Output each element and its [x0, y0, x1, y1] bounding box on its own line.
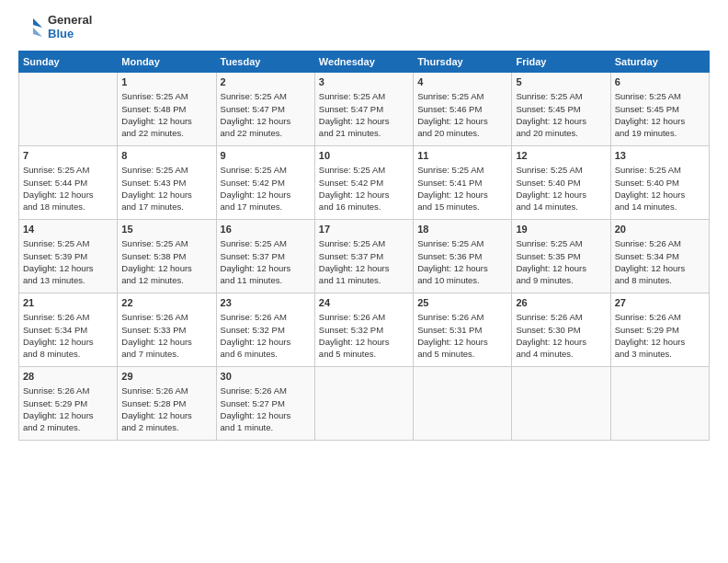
day-number: 17: [319, 223, 409, 236]
calendar-cell: 21Sunrise: 5:26 AM Sunset: 5:34 PM Dayli…: [19, 293, 118, 366]
day-info: Sunrise: 5:25 AM Sunset: 5:36 PM Dayligh…: [417, 237, 507, 286]
logo-line2: Blue: [48, 28, 92, 41]
day-number: 7: [23, 149, 113, 163]
day-number: 22: [121, 296, 211, 310]
day-info: Sunrise: 5:25 AM Sunset: 5:40 PM Dayligh…: [516, 164, 606, 213]
calendar-cell: 28Sunrise: 5:26 AM Sunset: 5:29 PM Dayli…: [19, 366, 118, 440]
header-saturday: Saturday: [610, 51, 709, 72]
calendar-cell: 14Sunrise: 5:25 AM Sunset: 5:39 PM Dayli…: [19, 219, 118, 293]
day-info: Sunrise: 5:25 AM Sunset: 5:37 PM Dayligh…: [319, 237, 409, 286]
calendar-cell: 4Sunrise: 5:25 AM Sunset: 5:46 PM Daylig…: [414, 72, 512, 145]
day-number: 19: [516, 223, 606, 236]
day-number: 21: [23, 296, 113, 310]
calendar-cell: 1Sunrise: 5:25 AM Sunset: 5:48 PM Daylig…: [118, 72, 216, 145]
day-info: Sunrise: 5:25 AM Sunset: 5:47 PM Dayligh…: [221, 90, 311, 139]
day-number: 16: [221, 223, 311, 236]
day-number: 2: [221, 75, 311, 89]
calendar-cell: 3Sunrise: 5:25 AM Sunset: 5:47 PM Daylig…: [314, 72, 413, 145]
day-number: 14: [23, 223, 113, 236]
calendar-cell: 25Sunrise: 5:26 AM Sunset: 5:31 PM Dayli…: [414, 293, 512, 366]
day-info: Sunrise: 5:26 AM Sunset: 5:34 PM Dayligh…: [615, 237, 705, 286]
day-number: 1: [121, 75, 211, 89]
calendar-cell: 16Sunrise: 5:25 AM Sunset: 5:37 PM Dayli…: [216, 219, 314, 293]
week-row-3: 14Sunrise: 5:25 AM Sunset: 5:39 PM Dayli…: [19, 219, 710, 293]
header-row: SundayMondayTuesdayWednesdayThursdayFrid…: [19, 51, 710, 72]
day-info: Sunrise: 5:25 AM Sunset: 5:39 PM Dayligh…: [23, 237, 113, 286]
header-monday: Monday: [118, 51, 216, 72]
day-info: Sunrise: 5:26 AM Sunset: 5:27 PM Dayligh…: [221, 385, 311, 433]
day-number: 20: [615, 223, 705, 236]
calendar-cell: 5Sunrise: 5:25 AM Sunset: 5:45 PM Daylig…: [512, 72, 610, 145]
day-number: 25: [417, 296, 507, 310]
day-number: 5: [516, 75, 606, 89]
week-row-4: 21Sunrise: 5:26 AM Sunset: 5:34 PM Dayli…: [19, 293, 710, 366]
day-info: Sunrise: 5:26 AM Sunset: 5:32 PM Dayligh…: [221, 311, 311, 360]
day-info: Sunrise: 5:25 AM Sunset: 5:47 PM Dayligh…: [319, 90, 409, 139]
day-info: Sunrise: 5:26 AM Sunset: 5:32 PM Dayligh…: [319, 311, 409, 360]
day-info: Sunrise: 5:26 AM Sunset: 5:33 PM Dayligh…: [121, 311, 211, 360]
day-number: 13: [615, 149, 705, 163]
calendar-cell: 22Sunrise: 5:26 AM Sunset: 5:33 PM Dayli…: [118, 293, 216, 366]
day-number: 26: [516, 296, 606, 310]
day-number: 29: [121, 370, 211, 384]
day-info: Sunrise: 5:26 AM Sunset: 5:34 PM Dayligh…: [23, 311, 113, 360]
header-thursday: Thursday: [414, 51, 512, 72]
day-number: 4: [417, 75, 507, 89]
calendar-cell: 29Sunrise: 5:26 AM Sunset: 5:28 PM Dayli…: [118, 366, 216, 440]
calendar-cell: 6Sunrise: 5:25 AM Sunset: 5:45 PM Daylig…: [610, 72, 709, 145]
day-info: Sunrise: 5:25 AM Sunset: 5:42 PM Dayligh…: [221, 164, 311, 213]
day-number: 6: [615, 75, 705, 89]
day-info: Sunrise: 5:25 AM Sunset: 5:45 PM Dayligh…: [516, 90, 606, 139]
day-info: Sunrise: 5:25 AM Sunset: 5:48 PM Dayligh…: [121, 90, 211, 139]
day-number: 10: [319, 149, 409, 163]
svg-marker-0: [33, 18, 42, 28]
logo: General Blue: [18, 14, 92, 41]
week-row-2: 7Sunrise: 5:25 AM Sunset: 5:44 PM Daylig…: [19, 145, 710, 219]
calendar-cell: 2Sunrise: 5:25 AM Sunset: 5:47 PM Daylig…: [216, 72, 314, 145]
calendar-cell: 27Sunrise: 5:26 AM Sunset: 5:29 PM Dayli…: [610, 293, 709, 366]
day-number: 18: [417, 223, 507, 236]
header-tuesday: Tuesday: [216, 51, 314, 72]
calendar-cell: [19, 72, 118, 145]
day-info: Sunrise: 5:26 AM Sunset: 5:29 PM Dayligh…: [23, 385, 113, 433]
calendar-cell: 23Sunrise: 5:26 AM Sunset: 5:32 PM Dayli…: [216, 293, 314, 366]
day-info: Sunrise: 5:25 AM Sunset: 5:37 PM Dayligh…: [221, 237, 311, 286]
calendar-cell: [610, 366, 709, 440]
calendar-cell: 18Sunrise: 5:25 AM Sunset: 5:36 PM Dayli…: [414, 219, 512, 293]
day-number: 15: [121, 223, 211, 236]
day-info: Sunrise: 5:25 AM Sunset: 5:40 PM Dayligh…: [615, 164, 705, 213]
day-number: 3: [319, 75, 409, 89]
week-row-1: 1Sunrise: 5:25 AM Sunset: 5:48 PM Daylig…: [19, 72, 710, 145]
day-number: 9: [221, 149, 311, 163]
header-wednesday: Wednesday: [314, 51, 413, 72]
day-info: Sunrise: 5:25 AM Sunset: 5:43 PM Dayligh…: [121, 164, 211, 213]
day-number: 12: [516, 149, 606, 163]
logo-icon: [18, 15, 44, 40]
calendar-cell: 24Sunrise: 5:26 AM Sunset: 5:32 PM Dayli…: [314, 293, 413, 366]
week-row-5: 28Sunrise: 5:26 AM Sunset: 5:29 PM Dayli…: [19, 366, 710, 440]
header-friday: Friday: [512, 51, 610, 72]
logo-line1: General: [48, 14, 92, 28]
day-number: 30: [221, 370, 311, 384]
header-sunday: Sunday: [19, 51, 118, 72]
day-number: 23: [221, 296, 311, 310]
day-info: Sunrise: 5:25 AM Sunset: 5:41 PM Dayligh…: [417, 164, 507, 213]
calendar-cell: [314, 366, 413, 440]
day-info: Sunrise: 5:26 AM Sunset: 5:29 PM Dayligh…: [615, 311, 705, 360]
calendar-cell: 19Sunrise: 5:25 AM Sunset: 5:35 PM Dayli…: [512, 219, 610, 293]
day-info: Sunrise: 5:26 AM Sunset: 5:30 PM Dayligh…: [516, 311, 606, 360]
calendar-cell: 13Sunrise: 5:25 AM Sunset: 5:40 PM Dayli…: [610, 145, 709, 219]
calendar-cell: 20Sunrise: 5:26 AM Sunset: 5:34 PM Dayli…: [610, 219, 709, 293]
calendar-cell: 8Sunrise: 5:25 AM Sunset: 5:43 PM Daylig…: [118, 145, 216, 219]
day-info: Sunrise: 5:25 AM Sunset: 5:38 PM Dayligh…: [121, 237, 211, 286]
day-info: Sunrise: 5:25 AM Sunset: 5:42 PM Dayligh…: [319, 164, 409, 213]
day-info: Sunrise: 5:26 AM Sunset: 5:28 PM Dayligh…: [121, 385, 211, 433]
day-info: Sunrise: 5:26 AM Sunset: 5:31 PM Dayligh…: [417, 311, 507, 360]
day-info: Sunrise: 5:25 AM Sunset: 5:45 PM Dayligh…: [615, 90, 705, 139]
calendar-cell: 11Sunrise: 5:25 AM Sunset: 5:41 PM Dayli…: [414, 145, 512, 219]
day-number: 24: [319, 296, 409, 310]
calendar-cell: 9Sunrise: 5:25 AM Sunset: 5:42 PM Daylig…: [216, 145, 314, 219]
calendar-cell: 7Sunrise: 5:25 AM Sunset: 5:44 PM Daylig…: [19, 145, 118, 219]
day-number: 8: [121, 149, 211, 163]
calendar-cell: 17Sunrise: 5:25 AM Sunset: 5:37 PM Dayli…: [314, 219, 413, 293]
